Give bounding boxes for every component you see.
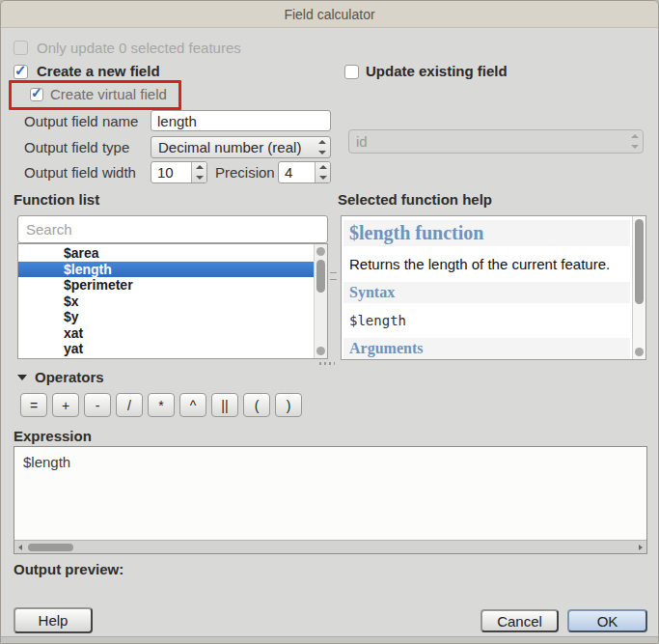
scroll-up-icon[interactable] [316, 247, 325, 256]
precision-label: Precision [215, 164, 275, 181]
function-list-item[interactable]: $y [18, 309, 314, 325]
expression-label: Expression [14, 428, 92, 444]
function-search-input[interactable] [17, 215, 328, 243]
operator-button[interactable]: / [116, 393, 143, 417]
operator-button[interactable]: = [20, 393, 47, 417]
existing-field-value: id [349, 133, 627, 150]
output-field-name-input[interactable] [151, 110, 331, 131]
checkmark-icon: ✓ [31, 85, 42, 100]
output-preview-label: Output preview: [14, 561, 124, 577]
scroll-down-icon[interactable] [635, 348, 644, 356]
function-help-panel: $length function Returns the length of t… [341, 215, 646, 360]
cancel-button[interactable]: Cancel [481, 609, 559, 632]
field-calculator-dialog: Field calculator Only update 0 selected … [0, 0, 659, 644]
operator-button[interactable]: || [211, 393, 238, 417]
precision-value: 4 [279, 164, 315, 181]
create-new-field-checkbox[interactable]: ✓ [14, 65, 28, 79]
splitter-handle[interactable] [330, 272, 337, 280]
operator-button[interactable]: - [84, 393, 111, 417]
create-new-field-label: Create a new field [37, 63, 160, 79]
output-field-type-value: Decimal number (real) [151, 139, 315, 155]
create-virtual-field-checkbox[interactable]: ✓ [30, 88, 43, 101]
scroll-left-icon[interactable] [18, 545, 22, 550]
function-list-item[interactable]: xat [18, 325, 314, 342]
help-arguments-heading: Arguments [343, 338, 630, 359]
help-syntax-code: $length [342, 303, 632, 328]
help-title: $length function [343, 220, 630, 246]
precision-spinbox[interactable]: 4 [278, 161, 331, 183]
operator-button[interactable]: ^ [179, 393, 206, 417]
window-bottom-edge [1, 636, 658, 643]
function-list: $area $length $perimeter $x $y xat yat [17, 243, 328, 359]
expression-editor[interactable]: $length [14, 446, 647, 554]
scrollbar-thumb[interactable] [635, 219, 644, 304]
operator-button[interactable]: * [148, 393, 175, 417]
function-list-scrollbar[interactable] [314, 244, 327, 358]
operator-button[interactable]: ) [275, 393, 302, 417]
help-button[interactable]: Help [14, 607, 93, 633]
window-title: Field calculator [284, 7, 374, 22]
scrollbar-thumb[interactable] [28, 544, 73, 551]
spinner-arrows-icon[interactable] [191, 162, 206, 182]
scroll-right-icon[interactable] [639, 545, 643, 550]
collapse-triangle-icon[interactable] [17, 375, 27, 380]
output-field-type-label: Output field type [24, 139, 129, 155]
update-existing-field-checkbox[interactable] [344, 65, 359, 79]
scrollbar-thumb[interactable] [316, 260, 325, 293]
operator-button[interactable]: + [52, 393, 79, 417]
splitter-handle[interactable] [319, 362, 335, 365]
update-existing-field-label: Update existing field [366, 63, 508, 79]
output-field-type-combo[interactable]: Decimal number (real) [151, 136, 331, 158]
spinner-arrows-icon[interactable] [315, 137, 330, 157]
function-rows: $area $length $perimeter $x $y xat yat [18, 245, 314, 357]
create-virtual-field-label: Create virtual field [50, 86, 167, 102]
output-field-width-spinbox[interactable]: 10 [151, 161, 207, 183]
spinner-arrows-icon[interactable] [315, 162, 330, 182]
operator-button[interactable]: ( [243, 393, 270, 417]
operators-label: Operators [35, 369, 104, 385]
function-list-item[interactable]: yat [18, 341, 314, 357]
function-list-item[interactable]: $area [18, 245, 314, 262]
output-field-name-label: Output field name [24, 113, 138, 129]
ok-button[interactable]: OK [567, 609, 647, 632]
function-list-item[interactable]: $x [18, 294, 314, 310]
existing-field-combo: id [348, 129, 644, 154]
function-list-label: Function list [14, 191, 99, 208]
expression-hscrollbar[interactable] [14, 540, 646, 553]
help-description: Returns the length of the current featur… [342, 246, 632, 272]
spinner-arrows-icon [627, 130, 643, 153]
help-scrollbar[interactable] [632, 216, 645, 359]
help-syntax-heading: Syntax [343, 282, 630, 303]
output-field-width-value: 10 [151, 164, 191, 181]
only-update-selected-checkbox [14, 41, 28, 55]
operators-header[interactable]: Operators [17, 369, 104, 385]
titlebar[interactable]: Field calculator [1, 1, 658, 28]
operator-buttons: = + - / * ^ || ( ) [20, 393, 302, 417]
scroll-down-icon[interactable] [316, 347, 325, 355]
output-field-width-label: Output field width [24, 164, 136, 181]
selected-function-help-label: Selected function help [338, 191, 492, 208]
checkmark-icon: ✓ [14, 62, 27, 79]
expression-text: $length [14, 447, 646, 477]
function-list-item[interactable]: $perimeter [18, 277, 314, 294]
function-list-item[interactable]: $length [18, 262, 314, 278]
only-update-selected-label: Only update 0 selected features [37, 40, 241, 56]
